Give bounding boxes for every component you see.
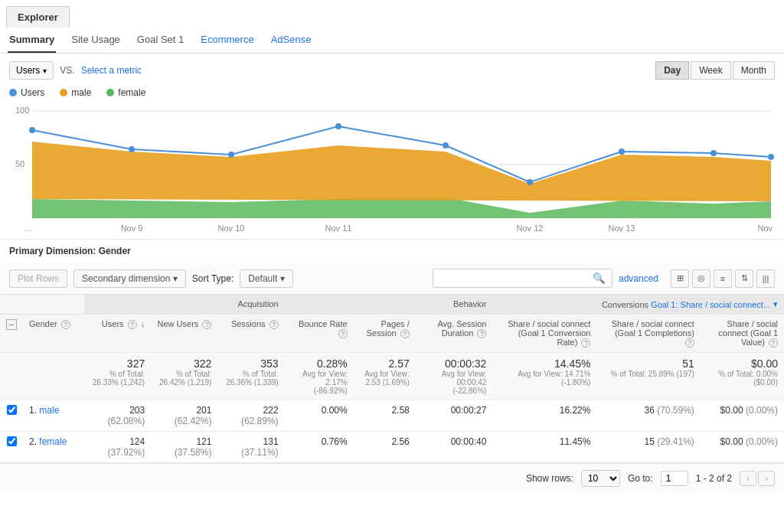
totals-row: 327 % of Total: 26.33% (1,242) 322 % of …: [0, 353, 784, 400]
select-metric-link[interactable]: Select a metric: [81, 65, 142, 76]
secondary-dimension-btn[interactable]: Secondary dimension ▾: [74, 269, 186, 288]
view-icons: ⊞ ◎ ≡ ⇅ |||: [671, 269, 775, 288]
col-gender-help[interactable]: ?: [61, 320, 70, 329]
tab-summary[interactable]: Summary: [8, 28, 56, 53]
th-gender: Gender ?: [23, 315, 84, 353]
col-value-help[interactable]: ?: [769, 338, 778, 348]
totals-conv-rate: 14.45% Avg for View: 14.71% (-1.80%): [492, 353, 596, 400]
point-nov10: [228, 152, 234, 158]
table-row: 1. male 203 (62.08%) 201 (62.42%) 222 (6…: [0, 400, 784, 432]
explorer-tab[interactable]: Explorer: [0, 0, 784, 28]
sort-default-arrow: ▾: [280, 273, 285, 284]
sort-default-btn[interactable]: Default ▾: [240, 269, 292, 288]
chart-controls: Users ▾ VS. Select a metric Day Week Mon…: [0, 54, 784, 84]
legend-label-male: male: [71, 87, 91, 98]
totals-bounce: 0.28% Avg for View: 2.17% (-86.92%): [285, 353, 354, 400]
legend-dot-female: [106, 89, 114, 96]
legend-dot-male: [60, 89, 67, 96]
tab-goal-set-1[interactable]: Goal Set 1: [136, 28, 185, 53]
col-users-sort[interactable]: ↓: [141, 319, 145, 328]
col-new-users-help[interactable]: ?: [202, 320, 211, 329]
tab-adsense[interactable]: AdSense: [270, 28, 313, 53]
explorer-tab-label[interactable]: Explorer: [6, 6, 70, 28]
col-completions-label: Share / social connect (Goal 1 Completio…: [612, 319, 694, 338]
th-pages-session: Pages / Session ?: [354, 315, 416, 353]
point-nov11: [335, 123, 341, 129]
svg-text:Nov 12: Nov 12: [517, 224, 544, 233]
metric-dropdown-arrow: ▾: [43, 67, 47, 75]
pagination: Show rows: 10 25 50 100 500 Go to: 1 - 2…: [0, 463, 784, 493]
chart-svg: 100 50 ... Nov 9 Nov 10 Nov 11 Nov 12 No…: [9, 100, 775, 233]
col-gender-label: Gender: [29, 319, 57, 328]
tab-site-usage[interactable]: Site Usage: [70, 28, 122, 53]
row1-users: 203 (62.08%): [84, 400, 151, 432]
row1-gender: 1. male: [23, 400, 84, 432]
view-icon-grid[interactable]: ⊞: [671, 269, 689, 288]
rows-select[interactable]: 10 25 50 100 500: [581, 470, 620, 487]
totals-users: 327 % of Total: 26.33% (1,242): [84, 353, 151, 400]
svg-text:50: 50: [15, 159, 24, 168]
goto-input[interactable]: [661, 471, 688, 486]
time-btn-month[interactable]: Month: [733, 61, 775, 80]
next-page-btn[interactable]: ›: [758, 471, 775, 486]
advanced-link[interactable]: advanced: [619, 273, 658, 284]
view-icon-list[interactable]: ≡: [714, 269, 732, 288]
primary-dim-value: Gender: [99, 246, 131, 256]
view-icon-sort[interactable]: ⇅: [735, 269, 753, 288]
col-new-users-label: New Users: [158, 319, 199, 328]
row1-pages: 2.58: [354, 400, 416, 432]
col-bounce-help[interactable]: ?: [338, 329, 348, 338]
tab-bar: Summary Site Usage Goal Set 1 Ecommerce …: [0, 28, 784, 54]
row1-gender-link[interactable]: male: [39, 405, 59, 416]
col-conv-rate-help[interactable]: ?: [581, 338, 590, 348]
chart-controls-left: Users ▾ VS. Select a metric: [9, 61, 142, 80]
metric-label: Users: [16, 65, 40, 76]
group-header-behavior: Behavior: [285, 295, 493, 315]
metric-dropdown[interactable]: Users ▾: [9, 61, 54, 80]
search-input[interactable]: [433, 270, 586, 287]
row2-checkbox[interactable]: [7, 436, 17, 446]
row2-avg: 00:00:40: [416, 432, 493, 463]
search-button[interactable]: 🔍: [586, 269, 612, 287]
row1-completions: 36 (70.59%): [596, 400, 700, 432]
data-table: Acquisition Behavior Conversions Goal 1:…: [0, 295, 784, 463]
plot-rows-btn[interactable]: Plot Rows: [9, 269, 67, 288]
th-value: Share / social connect (Goal 1 Value) ?: [701, 315, 784, 353]
table-controls: Plot Rows Secondary dimension ▾ Sort Typ…: [0, 263, 784, 295]
minus-icon[interactable]: −: [6, 319, 17, 330]
prev-page-btn[interactable]: ‹: [740, 471, 756, 486]
row2-bounce: 0.76%: [285, 432, 354, 463]
goal-dropdown[interactable]: Goal 1: Share / social connect... ▾: [651, 299, 778, 309]
row2-users: 124 (37.92%): [84, 432, 151, 463]
totals-new-users: 322 % of Total: 26.42% (1,219): [151, 353, 217, 400]
svg-text:100: 100: [15, 106, 29, 115]
primary-dim-label: Primary Dimension:: [9, 246, 96, 256]
row1-checkbox-cell: [0, 400, 23, 432]
col-sessions-help[interactable]: ?: [270, 320, 279, 329]
primary-dimension: Primary Dimension: Gender: [0, 239, 784, 263]
time-btn-day[interactable]: Day: [655, 61, 689, 80]
point-nov14: [768, 154, 774, 160]
time-btn-week[interactable]: Week: [691, 61, 730, 80]
view-icon-custom[interactable]: |||: [756, 269, 775, 288]
row2-gender-link[interactable]: female: [39, 436, 67, 447]
row2-completions: 15 (29.41%): [596, 432, 700, 463]
point-nov13b: [710, 150, 717, 156]
chart-area: 100 50 ... Nov 9 Nov 10 Nov 11 Nov 12 No…: [0, 100, 784, 236]
view-icon-pie[interactable]: ◎: [692, 269, 710, 288]
show-rows-label: Show rows:: [526, 473, 573, 484]
col-pages-help[interactable]: ?: [400, 329, 410, 338]
col-avg-help[interactable]: ?: [477, 329, 486, 338]
sort-default-label: Default: [248, 273, 277, 284]
th-new-users: New Users ?: [151, 315, 217, 353]
point-nov12: [527, 179, 533, 185]
col-completions-help[interactable]: ?: [685, 338, 694, 348]
th-sessions: Sessions ?: [217, 315, 284, 353]
row1-checkbox[interactable]: [7, 405, 17, 415]
totals-completions: 51 % of Total: 25.89% (197): [596, 353, 700, 400]
svg-text:Nov 14: Nov 14: [758, 224, 775, 233]
tab-ecommerce[interactable]: Ecommerce: [199, 28, 255, 53]
col-users-help[interactable]: ?: [128, 320, 137, 329]
th-bounce-rate: Bounce Rate ?: [285, 315, 354, 353]
row1-avg: 00:00:27: [416, 400, 493, 432]
